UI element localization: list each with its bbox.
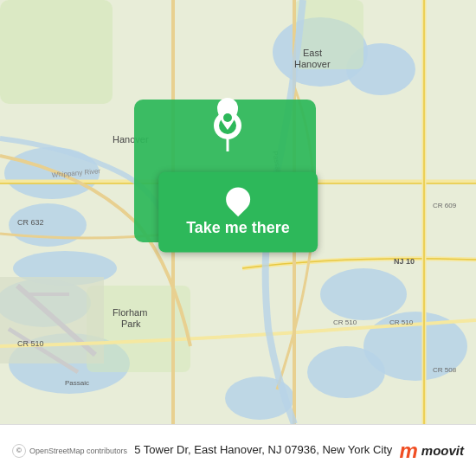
osm-credit: © OpenStreetMap contributors	[12, 444, 127, 458]
svg-text:Florham: Florham	[113, 307, 147, 318]
moovit-logo: m moovit	[399, 439, 464, 463]
svg-text:East: East	[303, 48, 322, 58]
osm-credit-text: OpenStreetMap contributors	[29, 447, 127, 455]
bottom-bar: © OpenStreetMap contributors 5 Tower Dr,…	[0, 424, 476, 476]
svg-rect-12	[0, 0, 113, 104]
moovit-brand-text: moovit	[421, 443, 464, 458]
svg-text:Passaic: Passaic	[65, 379, 89, 387]
svg-text:CR 510: CR 510	[333, 318, 357, 326]
address-label: 5 Tower Dr, East Hanover, NJ 07936, New …	[134, 443, 392, 456]
svg-text:CR 632: CR 632	[17, 218, 44, 227]
svg-point-44	[223, 113, 232, 122]
svg-text:Park: Park	[121, 318, 141, 329]
svg-text:CR 510: CR 510	[389, 318, 414, 326]
svg-text:CR 508: CR 508	[433, 366, 457, 374]
moovit-letter: m	[399, 439, 417, 463]
button-label: Take me there	[186, 219, 290, 236]
svg-point-6	[320, 268, 407, 320]
osm-circle-icon: ©	[12, 444, 26, 458]
take-me-there-button[interactable]: Take me there	[158, 172, 318, 253]
svg-text:CR 609: CR 609	[433, 202, 457, 209]
address-display: 5 Tower Dr, East Hanover, NJ 07936, New …	[127, 443, 399, 458]
svg-text:NJ 10: NJ 10	[394, 257, 415, 266]
svg-text:Hanover: Hanover	[294, 59, 331, 69]
map-view: Whippany River Passaic River NJ 10 CR 51…	[0, 0, 476, 424]
svg-text:CR 510: CR 510	[17, 339, 44, 348]
svg-point-8	[307, 346, 385, 398]
